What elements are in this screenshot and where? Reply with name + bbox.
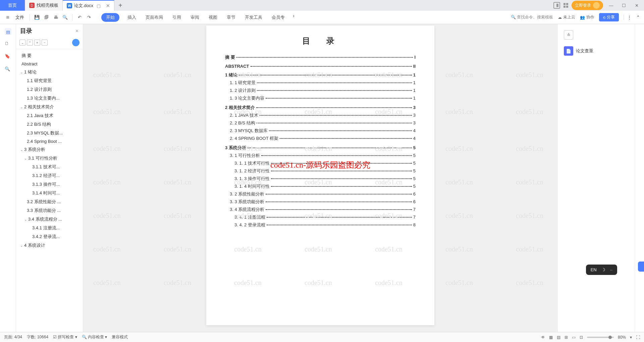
side-tab-button[interactable] bbox=[638, 262, 644, 272]
redo-icon[interactable]: ↷ bbox=[85, 14, 93, 21]
toc-item[interactable]: ⌄4 系统设计 bbox=[16, 241, 83, 250]
app-grid-icon[interactable] bbox=[564, 3, 568, 8]
ribbon-tab-developer[interactable]: 开发工具 bbox=[244, 13, 264, 22]
document-canvas[interactable]: code51.cncode51.cncode51.cncode51.cncode… bbox=[83, 24, 557, 332]
tab-template[interactable]: D 找稻壳模板 bbox=[25, 0, 63, 11]
view-mode-4-icon[interactable]: ⊞ bbox=[565, 335, 568, 340]
toc-item[interactable]: 2.4 Spring Boot ... bbox=[16, 137, 83, 145]
chevron-down-icon[interactable]: ⌄ bbox=[24, 218, 28, 221]
ribbon-tab-start[interactable]: 开始 bbox=[101, 13, 119, 22]
toc-item[interactable]: 3.3 系统功能分 ... bbox=[16, 206, 83, 215]
tab-pin-icon[interactable]: ▢ bbox=[97, 3, 101, 8]
ribbon-tab-chapter[interactable]: 章节 bbox=[225, 13, 237, 22]
search-icon[interactable]: 🔍 bbox=[5, 66, 11, 73]
login-button[interactable]: 立即登录 bbox=[572, 1, 603, 10]
ribbon-tab-view[interactable]: 视图 bbox=[207, 13, 219, 22]
toc-item[interactable]: 3.4.2 登录流... bbox=[16, 232, 83, 241]
page-indicator[interactable]: 页面: 4/34 bbox=[4, 334, 22, 340]
toc-item[interactable]: 1.1 研究背景 bbox=[16, 76, 83, 85]
close-button[interactable]: ✕ bbox=[632, 1, 641, 10]
toc-item[interactable]: ⌄3 系统分析 bbox=[16, 145, 83, 154]
toc-item-label: 3.1 可行性分析 bbox=[28, 156, 57, 161]
ai-icon[interactable] bbox=[72, 39, 79, 46]
search-box[interactable]: 🔍 查找命令、搜索模板 bbox=[511, 14, 553, 20]
toc-item[interactable]: 2.3 MYSQL 数据... bbox=[16, 129, 83, 137]
tab-home[interactable]: 首页 bbox=[0, 0, 25, 11]
toc-item[interactable]: ⌄1 绪论 bbox=[16, 68, 83, 76]
ribbon-tab-insert[interactable]: 插入 bbox=[126, 13, 138, 22]
word-count[interactable]: 字数: 10664 bbox=[27, 334, 48, 340]
ribbon-tab-member[interactable]: 会员专 bbox=[270, 13, 286, 22]
view-mode-2-icon[interactable]: ▦ bbox=[549, 335, 553, 340]
ime-bar[interactable]: EN ☽ ·· bbox=[586, 265, 617, 275]
style-panel-button[interactable]: ≙ bbox=[562, 28, 631, 42]
toc-item[interactable]: 2.1 Java 技术 bbox=[16, 111, 83, 120]
minimize-button[interactable]: — bbox=[606, 1, 616, 10]
outline-icon[interactable]: ▤ bbox=[5, 28, 11, 35]
chevron-down-icon[interactable]: ⌄ bbox=[20, 244, 24, 247]
more-tabs-icon[interactable]: › bbox=[293, 13, 294, 22]
tab-document[interactable]: W 论文.docx ▢ ✕ bbox=[63, 0, 114, 11]
toc-item[interactable]: 3.1.4 时间可... bbox=[16, 189, 83, 197]
toc-item[interactable]: ⌄3.1 可行性分析 bbox=[16, 154, 83, 163]
zoom-thumb[interactable] bbox=[608, 336, 612, 339]
new-tab-button[interactable]: + bbox=[114, 2, 126, 9]
zoom-dropdown-icon[interactable]: ▾ bbox=[630, 335, 632, 340]
toc-item[interactable]: 2.2 B/S 结构 bbox=[16, 120, 83, 129]
toc-item-label: 3.1.2 经济可... bbox=[32, 173, 60, 178]
toc-item[interactable]: 3.1.1 技术可... bbox=[16, 163, 83, 171]
toc-item[interactable]: 1.3 论文主要内... bbox=[16, 94, 83, 103]
toc-item[interactable]: 3.1.2 经济可... bbox=[16, 171, 83, 180]
view-mode-3-icon[interactable]: ▤ bbox=[557, 335, 560, 340]
chevron-down-icon[interactable]: ⌄ bbox=[20, 70, 24, 74]
menu-icon[interactable]: ≡ bbox=[4, 14, 11, 21]
view-mode-1-icon[interactable]: 👁 bbox=[541, 335, 545, 340]
preview-icon[interactable]: 🔍 bbox=[61, 14, 69, 21]
collapse-ribbon-icon[interactable]: ⌃ bbox=[636, 15, 640, 20]
paper-check-button[interactable]: 📄 论文查重 bbox=[562, 44, 631, 58]
toc-header: 目录 ✕ bbox=[16, 24, 83, 38]
toc-item[interactable]: ⌄3.4 系统流程分 ... bbox=[16, 215, 83, 224]
ribbon-tab-review[interactable]: 审阅 bbox=[189, 13, 201, 22]
zoom-slider[interactable] bbox=[587, 337, 614, 338]
zoom-level[interactable]: 80% bbox=[618, 335, 626, 340]
ribbon-tab-references[interactable]: 引用 bbox=[171, 13, 182, 22]
ribbon-tab-layout[interactable]: 页面布局 bbox=[144, 13, 164, 22]
toc-item[interactable]: Abstract bbox=[16, 60, 83, 68]
toc-item[interactable]: 1.2 设计原则 bbox=[16, 85, 83, 94]
level-up-icon[interactable]: + bbox=[34, 40, 40, 46]
content-check[interactable]: 🔍 内容检查 ▾ bbox=[82, 334, 107, 340]
view-mode-5-icon[interactable]: ▭ bbox=[572, 335, 576, 340]
watermark: code51.cn bbox=[516, 279, 543, 287]
save-as-icon[interactable]: 🗐 bbox=[43, 14, 50, 21]
share-button[interactable]: ⎋ 分享 bbox=[599, 13, 619, 21]
bookmark-icon[interactable]: 🔖 bbox=[5, 54, 11, 60]
fullscreen-icon[interactable]: ⛶ bbox=[636, 335, 640, 340]
file-menu[interactable]: 文件 bbox=[15, 14, 24, 20]
chevron-down-icon[interactable]: ⌄ bbox=[20, 148, 24, 152]
chevron-down-icon[interactable]: ⌄ bbox=[24, 157, 28, 160]
more-icon[interactable]: ⋮ bbox=[624, 15, 632, 20]
chevron-down-icon[interactable]: ⌄ bbox=[20, 105, 24, 109]
close-panel-icon[interactable]: ✕ bbox=[75, 28, 79, 34]
toc-item[interactable]: 3.2 系统性能分 ... bbox=[16, 197, 83, 206]
zoom-fit-icon[interactable]: ⊡ bbox=[580, 335, 583, 340]
toc-item[interactable]: ⌄2 相关技术简介 bbox=[16, 103, 83, 111]
tab-close-icon[interactable]: ✕ bbox=[106, 3, 110, 8]
toc-item[interactable]: 摘 要 bbox=[16, 51, 83, 60]
spell-check[interactable]: ☑ 拼写检查 ▾ bbox=[53, 334, 77, 340]
collab-button[interactable]: 👥 协作 bbox=[580, 14, 594, 20]
thumbnail-icon[interactable]: 🗋 bbox=[5, 41, 11, 48]
compat-mode[interactable]: 兼容模式 bbox=[112, 334, 128, 340]
layout-icon-1[interactable] bbox=[553, 2, 560, 9]
toc-item[interactable]: 3.1.3 操作可... bbox=[16, 180, 83, 189]
undo-icon[interactable]: ↶ bbox=[76, 14, 83, 21]
expand-all-icon[interactable]: ⌃ bbox=[27, 40, 33, 46]
save-icon[interactable]: 💾 bbox=[33, 14, 41, 21]
toc-item[interactable]: 3.4.1 注册流... bbox=[16, 224, 83, 232]
cloud-status[interactable]: ☁ 未上云 bbox=[558, 14, 575, 20]
print-icon[interactable]: 🖶 bbox=[52, 14, 59, 21]
collapse-all-icon[interactable]: ⌄ bbox=[19, 40, 25, 46]
maximize-button[interactable]: ☐ bbox=[619, 1, 629, 10]
level-down-icon[interactable]: − bbox=[42, 40, 48, 46]
